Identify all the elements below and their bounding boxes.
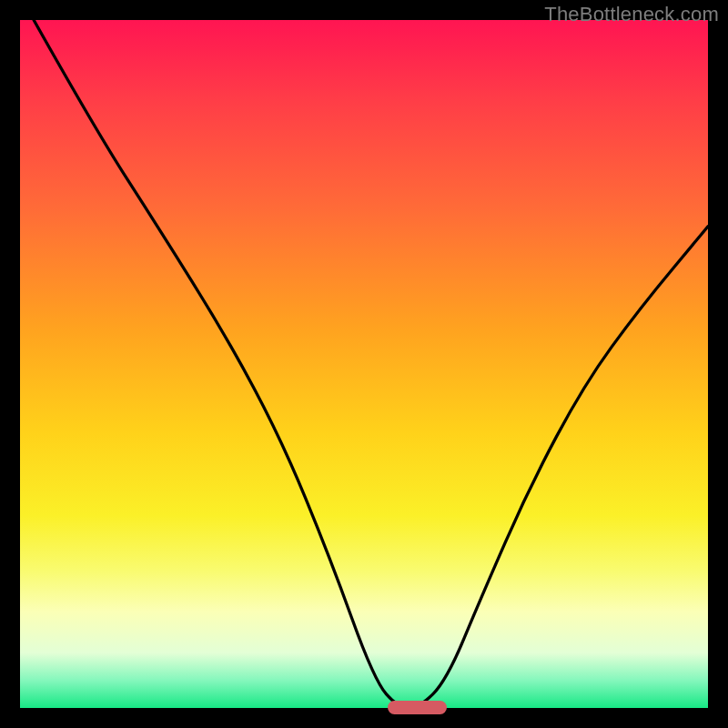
attribution-text: TheBottleneck.com — [544, 3, 719, 26]
plot-area — [20, 20, 708, 708]
bottleneck-curve-path — [34, 20, 708, 708]
chart-container: TheBottleneck.com — [0, 0, 728, 728]
curve-svg — [20, 20, 708, 708]
optimal-range-marker — [388, 701, 446, 714]
